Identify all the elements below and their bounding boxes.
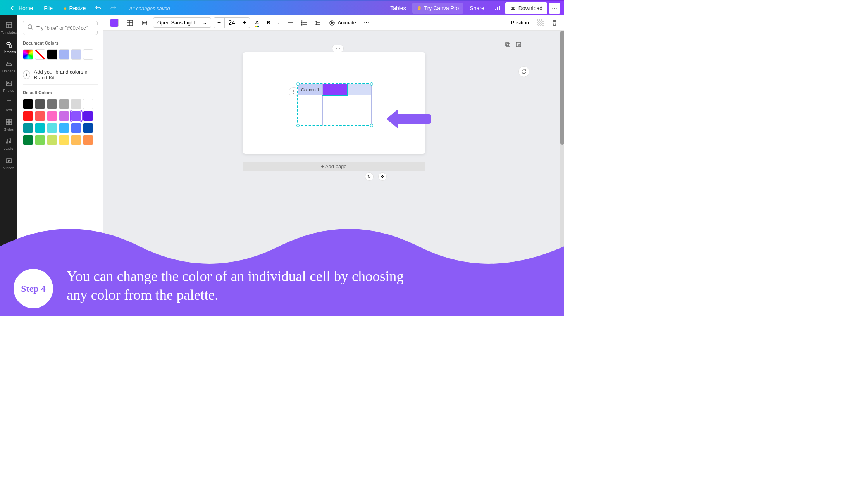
add-color-swatch[interactable]: + bbox=[23, 49, 33, 60]
table-cell[interactable] bbox=[322, 105, 347, 115]
spacing-button[interactable] bbox=[138, 17, 151, 28]
table-element[interactable]: Column 1 bbox=[297, 83, 372, 126]
expand-page-button[interactable] bbox=[515, 41, 522, 49]
sidebar-item-elements[interactable]: Elements bbox=[0, 38, 17, 57]
color-swatch[interactable] bbox=[71, 99, 81, 109]
sidebar-item-text[interactable]: Text bbox=[0, 96, 17, 115]
svg-rect-2 bbox=[499, 6, 500, 10]
sidebar-item-audio[interactable]: Audio bbox=[0, 134, 17, 154]
search-input[interactable] bbox=[36, 25, 102, 31]
color-swatch[interactable] bbox=[83, 135, 93, 145]
table-cell[interactable] bbox=[322, 115, 347, 125]
rotate-button[interactable]: ↻ bbox=[365, 172, 374, 181]
color-swatch[interactable] bbox=[35, 135, 45, 145]
transparent-swatch[interactable] bbox=[35, 49, 45, 60]
color-swatch[interactable] bbox=[59, 135, 69, 145]
color-swatch[interactable] bbox=[23, 135, 33, 145]
color-swatch[interactable] bbox=[83, 99, 93, 109]
color-swatch[interactable] bbox=[59, 99, 69, 109]
more-button[interactable]: ⋯ bbox=[549, 3, 560, 14]
color-swatch[interactable] bbox=[83, 111, 93, 121]
svg-rect-5 bbox=[9, 45, 12, 47]
table-header-cell[interactable]: Column 1 bbox=[298, 84, 322, 95]
table-cell[interactable] bbox=[298, 95, 322, 105]
color-swatch[interactable] bbox=[35, 123, 45, 133]
sidebar-item-videos[interactable]: Videos bbox=[0, 154, 17, 173]
duplicate-page-button[interactable] bbox=[505, 41, 511, 49]
color-swatch[interactable] bbox=[71, 135, 81, 145]
styles-icon bbox=[5, 118, 13, 126]
decrease-size-button[interactable]: − bbox=[214, 18, 224, 28]
table-cell[interactable] bbox=[322, 95, 347, 105]
color-swatch[interactable] bbox=[59, 123, 69, 133]
line-spacing-button[interactable] bbox=[312, 18, 324, 28]
audio-icon bbox=[5, 137, 13, 145]
home-button[interactable]: Home bbox=[4, 2, 38, 14]
sidebar-item-styles[interactable]: Styles bbox=[0, 115, 17, 134]
insights-button[interactable] bbox=[491, 2, 504, 14]
element-menu-button[interactable]: ⋯ bbox=[332, 45, 344, 52]
table-cell[interactable] bbox=[298, 105, 322, 115]
color-swatch[interactable] bbox=[47, 123, 57, 133]
brand-kit-button[interactable]: + Add your brand colors in Brand Kit bbox=[23, 65, 98, 85]
position-button[interactable]: Position bbox=[508, 18, 532, 27]
move-button[interactable]: ✥ bbox=[378, 172, 387, 181]
table-header-cell[interactable] bbox=[347, 84, 371, 95]
color-swatch[interactable] bbox=[71, 49, 81, 60]
delete-button[interactable] bbox=[549, 18, 560, 28]
share-button[interactable]: Share bbox=[465, 3, 489, 14]
color-swatch[interactable] bbox=[71, 123, 81, 133]
scrollbar[interactable] bbox=[560, 31, 564, 316]
color-search[interactable] bbox=[23, 21, 98, 35]
color-swatch[interactable] bbox=[35, 111, 45, 121]
color-swatch[interactable] bbox=[47, 99, 57, 109]
chevron-left-icon bbox=[9, 4, 16, 12]
transparency-button[interactable] bbox=[534, 17, 546, 28]
text-color-button[interactable]: A bbox=[252, 17, 262, 29]
color-swatch[interactable] bbox=[59, 49, 69, 60]
chevron-down-icon: ⌄ bbox=[203, 20, 207, 26]
fill-color-button[interactable] bbox=[107, 17, 121, 29]
align-button[interactable] bbox=[284, 18, 296, 28]
color-swatch[interactable] bbox=[59, 111, 69, 121]
tables-button[interactable]: Tables bbox=[386, 3, 410, 14]
sidebar-item-uploads[interactable]: Uploads bbox=[0, 57, 17, 76]
table-cell[interactable] bbox=[347, 115, 371, 125]
file-button[interactable]: File bbox=[39, 3, 57, 14]
list-button[interactable] bbox=[298, 18, 310, 28]
redo-button[interactable] bbox=[107, 2, 120, 14]
sidebar-item-templates[interactable]: Templates bbox=[0, 18, 17, 38]
color-swatch[interactable] bbox=[23, 123, 33, 133]
font-selector[interactable]: Open Sans Light ⌄ bbox=[153, 17, 211, 28]
color-swatch[interactable] bbox=[47, 135, 57, 145]
resize-button[interactable]: ● Resize bbox=[59, 3, 90, 14]
add-page-button[interactable]: + Add page bbox=[243, 162, 425, 171]
table-cell[interactable] bbox=[298, 115, 322, 125]
color-swatch[interactable] bbox=[83, 49, 93, 60]
font-size-value[interactable]: 24 bbox=[224, 18, 239, 28]
download-button[interactable]: Download bbox=[505, 2, 547, 14]
design-canvas[interactable]: ⋯ ⋮ Column 1 bbox=[243, 52, 425, 154]
table-cell[interactable] bbox=[347, 105, 371, 115]
table-cell[interactable] bbox=[347, 95, 371, 105]
color-swatch[interactable] bbox=[71, 111, 81, 121]
animate-button[interactable]: Animate bbox=[326, 18, 359, 28]
color-swatch[interactable] bbox=[23, 99, 33, 109]
bold-button[interactable]: B bbox=[264, 18, 273, 27]
default-colors-swatches bbox=[23, 99, 98, 145]
italic-button[interactable]: I bbox=[276, 18, 282, 27]
color-swatch[interactable] bbox=[47, 111, 57, 121]
undo-button[interactable] bbox=[92, 2, 105, 14]
color-swatch[interactable] bbox=[23, 111, 33, 121]
more-options-button[interactable]: ⋯ bbox=[361, 18, 372, 27]
color-swatch[interactable] bbox=[35, 99, 45, 109]
color-swatch[interactable] bbox=[47, 49, 57, 60]
sidebar-item-photos[interactable]: Photos bbox=[0, 76, 17, 96]
border-button[interactable] bbox=[124, 17, 136, 28]
increase-size-button[interactable]: + bbox=[239, 18, 250, 28]
svg-rect-11 bbox=[9, 122, 12, 125]
refresh-button[interactable] bbox=[518, 66, 529, 77]
color-swatch[interactable] bbox=[83, 123, 93, 133]
try-pro-button[interactable]: ♛ Try Canva Pro bbox=[412, 3, 464, 14]
table-header-cell-selected[interactable] bbox=[322, 84, 347, 95]
